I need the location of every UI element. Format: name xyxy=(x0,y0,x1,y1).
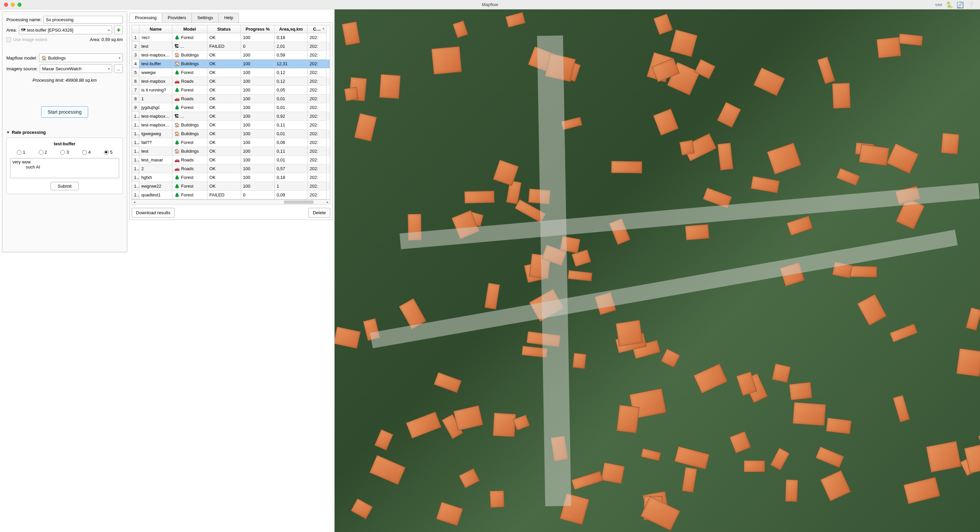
cell: OK xyxy=(207,51,241,60)
cell: 🏠 Buildings xyxy=(172,51,207,60)
scroll-left-arrow-icon[interactable]: ◂ xyxy=(132,200,137,205)
cell: OK xyxy=(207,121,241,129)
cell: 100 xyxy=(241,147,275,156)
scrollbar-thumb[interactable] xyxy=(284,200,314,204)
refresh-icon[interactable]: 🔄 xyxy=(956,2,964,9)
rating-radio-4[interactable]: 4 xyxy=(82,150,91,155)
help-icon[interactable]: ❔ xyxy=(967,2,975,9)
cell: 14 xyxy=(132,147,139,156)
table-row[interactable]: 4test-buffer🏠 BuildingsOK10012,31202: xyxy=(132,60,330,68)
imagery-value: Maxar SecureWatch xyxy=(42,66,81,71)
app-toolbar-icons: 👓 🐍 🔄 ❔ xyxy=(929,0,980,10)
delete-button[interactable]: Delete xyxy=(308,208,330,218)
table-row[interactable]: 5wwegw🌲 ForestOK1000,12202: xyxy=(132,68,330,77)
table-row[interactable]: 18ewgrwe22🌲 ForestOK1001202: xyxy=(132,182,330,191)
cell: test-mapbox… xyxy=(139,51,172,60)
rate-processing-header[interactable]: ▼ Rate processing xyxy=(6,130,123,135)
building-polygon xyxy=(572,353,586,369)
table-row[interactable]: 13fail??🌲 ForestOK1000,06202: xyxy=(132,138,330,147)
building-polygon xyxy=(344,87,359,101)
area-label: Area: xyxy=(6,28,17,33)
collapse-triangle-icon: ▼ xyxy=(6,130,10,134)
radio-circle-icon xyxy=(60,150,65,155)
table-row[interactable]: 10test-mapbox…🏗 …OK1000,92202: xyxy=(132,112,330,121)
table-row[interactable]: 162🚗 RoadsOK1000,57202: xyxy=(132,164,330,173)
table-row[interactable]: 14test🏠 BuildingsOK1000,11202: xyxy=(132,147,330,156)
table-row[interactable]: 1тест🌲 ForestOK1000,18202: xyxy=(132,33,330,42)
building-polygon xyxy=(832,83,850,109)
imagery-select[interactable]: Maxar SecureWatch ▾ xyxy=(40,64,112,73)
table-row[interactable]: 19quadtest1🌲 ForestFAILED00,09202: xyxy=(132,191,330,199)
table-row[interactable]: 3test-mapbox…🏠 BuildingsOK1000,59202: xyxy=(132,51,330,60)
building-polygon xyxy=(956,348,980,377)
cell: FAILED xyxy=(207,42,241,51)
model-select[interactable]: 🏠 Buildings ▾ xyxy=(39,54,123,62)
cell: 0,01 xyxy=(275,129,308,138)
column-header[interactable]: Name xyxy=(139,25,172,33)
tab-settings[interactable]: Settings xyxy=(191,13,219,22)
building-polygon xyxy=(744,461,765,472)
tab-processing[interactable]: Processing xyxy=(129,13,162,22)
column-header[interactable]: Model xyxy=(172,25,207,33)
imagery-more-button[interactable]: ... xyxy=(114,64,123,73)
scroll-right-arrow-icon[interactable]: ▸ xyxy=(325,200,330,205)
cell: OK xyxy=(207,156,241,164)
table-row[interactable]: 15test_maxar🚗 RoadsOK1000,01202: xyxy=(132,156,330,164)
minimize-window-icon[interactable] xyxy=(11,3,15,7)
tab-help[interactable]: Help xyxy=(218,13,239,22)
table-row[interactable]: 2test🏗 …FAILED02,01202: xyxy=(132,42,330,51)
rating-radio-5[interactable]: 5 xyxy=(104,150,112,155)
python-icon[interactable]: 🐍 xyxy=(946,2,953,9)
building-polygon xyxy=(877,37,901,58)
rating-radio-3[interactable]: 3 xyxy=(60,150,68,155)
tab-providers[interactable]: Providers xyxy=(162,13,192,22)
building-polygon xyxy=(616,405,640,434)
table-row[interactable]: 7is it running?🌲 ForestOK1000,05202: xyxy=(132,86,330,94)
horizontal-scrollbar[interactable]: ◂ ▸ xyxy=(132,200,330,205)
download-results-button[interactable]: Download results xyxy=(132,208,175,218)
use-extent-checkbox[interactable] xyxy=(6,37,11,42)
table-row[interactable]: 12tgwegweg🏠 BuildingsOK1000,01202: xyxy=(132,129,330,138)
row-number-header[interactable] xyxy=(132,25,139,33)
model-icon: 🏗 xyxy=(174,44,179,49)
cell: 202: xyxy=(308,173,326,182)
building-polygon xyxy=(611,161,643,173)
cell: 🌲 Forest xyxy=(172,173,207,182)
processing-name-input[interactable] xyxy=(43,16,123,24)
rating-radio-2[interactable]: 2 xyxy=(39,150,47,155)
area-select[interactable]: 🗺 test-buffer [EPSG:4326] ▾ xyxy=(19,25,112,34)
column-header[interactable]: Area,sq.km xyxy=(275,25,308,33)
add-area-button[interactable]: ✚ xyxy=(114,25,123,34)
start-processing-button[interactable]: Start processing xyxy=(41,106,88,118)
cell: OK xyxy=(207,94,241,103)
cell: 0,57 xyxy=(275,164,308,173)
zoom-window-icon[interactable] xyxy=(18,3,22,7)
rating-submit-button[interactable]: Submit xyxy=(51,182,78,191)
cell: 202: xyxy=(308,77,326,86)
table-row[interactable]: 11test-mapbox…🏠 BuildingsOK1000,11202: xyxy=(132,121,330,129)
column-header[interactable]: Progress % xyxy=(241,25,275,33)
table-row[interactable]: 17hgfxh🌲 ForestOK1000,18202: xyxy=(132,173,330,182)
window-titlebar: Mapflow 👓 🐍 🔄 ❔ xyxy=(0,0,980,10)
plus-green-icon: ✚ xyxy=(117,28,121,33)
cell: 🏗 … xyxy=(172,42,207,51)
column-header[interactable]: Status xyxy=(207,25,241,33)
cell: is it running? xyxy=(139,86,172,94)
map-viewport[interactable] xyxy=(334,10,980,532)
table-row[interactable]: 6test-mapbox🚗 RoadsOK1000,12202: xyxy=(132,77,330,86)
rating-comment-input[interactable] xyxy=(10,158,119,178)
toolbar-icon[interactable]: 👓 xyxy=(935,2,942,9)
chevron-down-icon: ▾ xyxy=(108,67,110,71)
column-header[interactable]: C…▲ xyxy=(308,25,326,33)
close-window-icon[interactable] xyxy=(4,3,8,7)
table-row[interactable]: 81🚗 RoadsOK1000,01202: xyxy=(132,94,330,103)
model-icon: 🏠 xyxy=(174,61,180,66)
cell: 202: xyxy=(308,147,326,156)
imagery-label: Imagery source: xyxy=(6,66,38,71)
rating-radio-1[interactable]: 1 xyxy=(17,150,25,155)
radio-circle-icon xyxy=(82,150,87,155)
table-row[interactable]: 9jygdujhgc🌲 ForestOK1000,01202: xyxy=(132,103,330,112)
cell: 0 xyxy=(241,191,275,199)
cell: 16 xyxy=(132,164,139,173)
cell: 1 xyxy=(275,182,308,191)
